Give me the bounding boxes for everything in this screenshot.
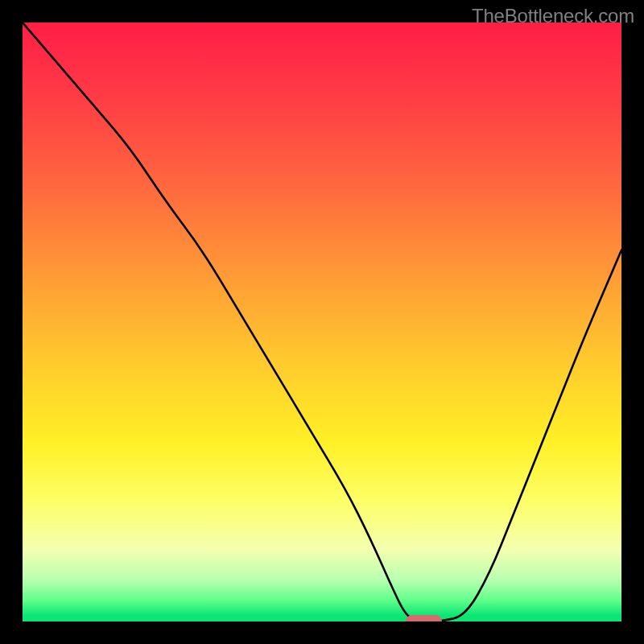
optimal-marker [406,615,442,621]
bottleneck-curve [23,23,621,621]
chart-frame: TheBottleneck.com [0,0,644,644]
plot-area [23,23,621,621]
watermark-text: TheBottleneck.com [472,5,634,27]
